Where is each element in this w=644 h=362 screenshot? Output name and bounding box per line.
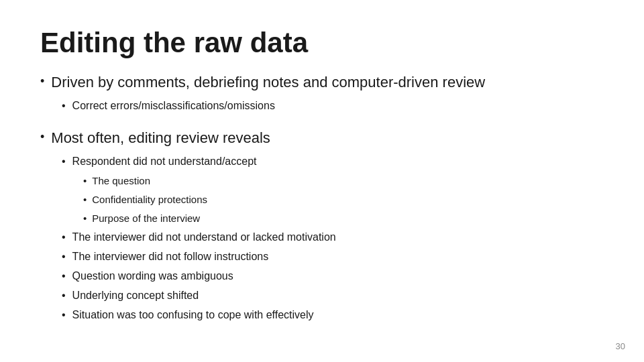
bullet-text: Driven by comments, debriefing notes and…	[51, 74, 485, 91]
bullet-l1-0: • Driven by comments, debriefing notes a…	[40, 74, 604, 91]
bullet-text: Confidentiality protections	[92, 194, 207, 205]
slide-title: Editing the raw data	[40, 27, 604, 59]
bullet-text: Question wording was ambiguous	[72, 270, 233, 282]
bullet-text: Respondent did not understand/accept	[72, 156, 257, 168]
page-number: 30	[616, 341, 625, 351]
bullet-marker: •	[62, 270, 66, 282]
content-area: • Driven by comments, debriefing notes a…	[40, 74, 604, 342]
bullet-marker: •	[62, 231, 66, 243]
bullet-marker: •	[40, 74, 44, 88]
slide: Editing the raw data • Driven by comment…	[0, 0, 644, 362]
bullet-marker: •	[62, 251, 66, 263]
bullet-l3-6: • Purpose of the interview	[83, 213, 604, 224]
bullet-text: Purpose of the interview	[92, 213, 200, 224]
bullet-l1-2: • Most often, editing review reveals	[40, 129, 604, 147]
bullet-text: Situation was too confusing to cope with…	[72, 309, 314, 321]
bullet-text: Underlying concept shifted	[72, 290, 199, 302]
bullet-l2-10: • Underlying concept shifted	[62, 290, 604, 302]
bullet-text: The question	[92, 175, 150, 186]
bullet-marker: •	[62, 309, 66, 321]
bullet-marker: •	[83, 175, 87, 186]
bullet-l2-9: • Question wording was ambiguous	[62, 270, 604, 282]
bullet-marker: •	[40, 130, 44, 144]
bullet-l3-5: • Confidentiality protections	[83, 194, 604, 205]
bullet-text: Correct errors/misclassifications/omissi…	[72, 100, 275, 112]
bullet-marker: •	[62, 100, 66, 112]
bullet-text: Most often, editing review reveals	[51, 129, 270, 147]
bullet-l2-1: • Correct errors/misclassifications/omis…	[62, 100, 604, 112]
bullet-l2-7: • The interviewer did not understand or …	[62, 231, 604, 243]
bullet-l2-3: • Respondent did not understand/accept	[62, 156, 604, 168]
bullet-marker: •	[83, 213, 87, 224]
bullet-marker: •	[62, 156, 66, 168]
bullet-l3-4: • The question	[83, 175, 604, 186]
bullet-marker: •	[83, 194, 87, 205]
bullet-marker: •	[62, 290, 66, 302]
spacer	[40, 119, 604, 123]
bullet-text: The interviewer did not understand or la…	[72, 231, 336, 243]
bullet-l2-11: • Situation was too confusing to cope wi…	[62, 309, 604, 321]
bullet-l2-8: • The interviewer did not follow instruc…	[62, 251, 604, 263]
bullet-text: The interviewer did not follow instructi…	[72, 251, 269, 263]
